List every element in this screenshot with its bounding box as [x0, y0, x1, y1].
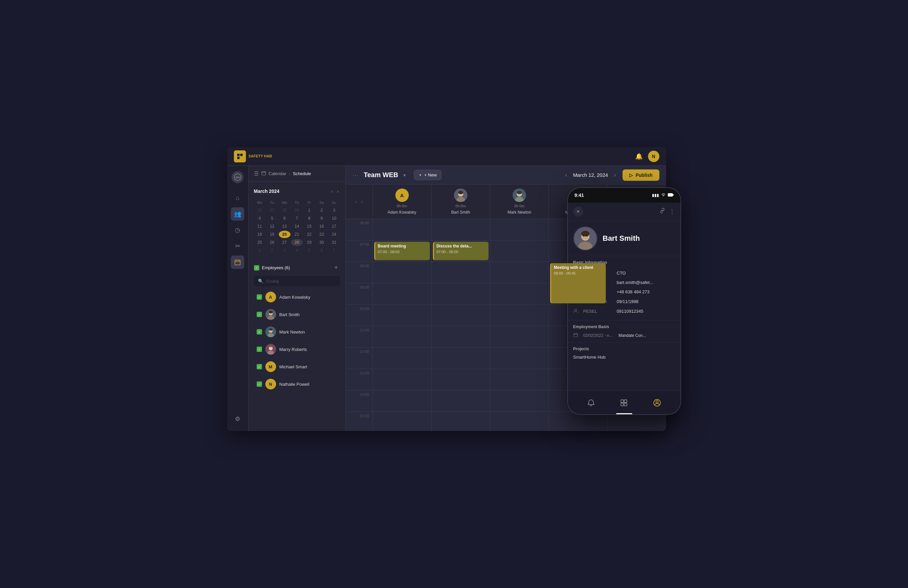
grid-cell[interactable] — [373, 305, 431, 326]
grid-cell[interactable] — [431, 305, 490, 326]
breadcrumb-parent[interactable]: Calendar — [269, 171, 287, 176]
schedule-col-next[interactable]: › — [360, 198, 364, 206]
cal-day[interactable]: 9 — [316, 215, 328, 222]
cal-day[interactable]: 6 — [279, 215, 290, 222]
event-discuss[interactable]: Discuss the deta... 07:00 - 08:00 — [433, 242, 488, 260]
grid-cell[interactable] — [373, 369, 431, 390]
cal-day[interactable]: 13 — [279, 223, 290, 230]
cal-day[interactable]: 23 — [316, 231, 328, 238]
grid-cell[interactable] — [431, 326, 490, 348]
phone-nav-profile[interactable] — [650, 396, 664, 410]
list-item[interactable]: ✓ Mark — [254, 324, 340, 340]
cal-day[interactable]: 1 — [304, 207, 315, 214]
cal-day[interactable]: 2 — [266, 247, 278, 254]
grid-cell[interactable] — [431, 369, 490, 390]
grid-cell[interactable] — [373, 412, 431, 431]
emp-checkbox[interactable]: ✓ — [257, 329, 262, 334]
phone-nav-grid[interactable] — [617, 396, 631, 410]
cal-day[interactable]: 30 — [316, 239, 328, 246]
mini-cal-prev[interactable]: ‹ — [330, 187, 334, 195]
cal-day[interactable]: 19 — [266, 231, 278, 238]
hamburger-icon[interactable]: ☰ — [254, 170, 259, 177]
user-avatar-top[interactable]: N — [648, 151, 659, 162]
cal-day-today[interactable]: 20 — [279, 231, 290, 238]
cal-day[interactable]: 3 — [279, 247, 290, 254]
cal-day[interactable]: 7 — [291, 215, 303, 222]
grid-cell[interactable] — [431, 219, 490, 240]
grid-cell[interactable] — [490, 219, 549, 240]
cal-day[interactable]: 6 — [316, 247, 328, 254]
grid-cell[interactable] — [490, 283, 549, 305]
emp-checkbox[interactable]: ✓ — [257, 294, 262, 300]
list-item[interactable]: ✓ Bart — [254, 306, 340, 323]
employees-checkbox[interactable]: ✓ — [254, 265, 259, 271]
grid-cell[interactable]: Board meeting 07:00 - 08:00 — [373, 240, 431, 262]
grid-cell[interactable] — [431, 412, 490, 431]
grid-cell[interactable] — [373, 262, 431, 283]
sidebar-logo-small[interactable]: SH — [232, 171, 243, 183]
grid-cell[interactable] — [373, 219, 431, 240]
cal-day[interactable]: 14 — [291, 223, 303, 230]
schedule-col-prev[interactable]: ‹ — [354, 198, 359, 206]
cal-day[interactable]: 25 — [254, 239, 266, 246]
cal-day[interactable]: 22 — [304, 231, 315, 238]
sidebar-item-calendar[interactable] — [231, 255, 244, 269]
contact-close-button[interactable]: × — [573, 207, 583, 217]
cal-day[interactable]: 26 — [254, 207, 266, 214]
grid-cell[interactable] — [431, 348, 490, 369]
cal-day[interactable]: 27 — [266, 207, 278, 214]
cal-day-selected[interactable]: 28 — [291, 239, 303, 246]
search-input[interactable] — [266, 279, 336, 284]
list-item[interactable]: ✓ A Adam Kowalsky — [254, 289, 340, 305]
sidebar-item-settings[interactable]: ⚙ — [231, 412, 244, 426]
cal-day[interactable]: 26 — [266, 239, 278, 246]
publish-button[interactable]: ▷ Publish — [623, 169, 659, 181]
emp-checkbox[interactable]: ✓ — [257, 347, 262, 352]
grid-cell[interactable]: Discuss the deta... 07:00 - 08:00 — [431, 240, 490, 262]
link-icon[interactable] — [660, 208, 665, 215]
three-dots-icon[interactable]: ⋯ — [353, 172, 359, 179]
emp-checkbox[interactable]: ✓ — [257, 312, 262, 317]
event-meeting-client[interactable]: Meeting with a client 08:00 - 09:45 — [550, 263, 606, 304]
cal-day[interactable]: 12 — [266, 223, 278, 230]
grid-cell[interactable] — [490, 326, 549, 348]
grid-cell[interactable] — [490, 390, 549, 412]
phone-nav-bell[interactable] — [584, 396, 598, 410]
sidebar-item-users[interactable]: 👥 — [231, 207, 244, 221]
list-item[interactable]: ✓ M Michael Smart — [254, 358, 340, 375]
cal-day[interactable]: 24 — [328, 231, 340, 238]
date-prev-button[interactable]: ‹ — [563, 171, 570, 180]
sidebar-item-clock[interactable]: ◷ — [231, 223, 244, 237]
cal-day[interactable]: 28 — [279, 207, 290, 214]
grid-cell[interactable] — [490, 262, 549, 283]
grid-cell[interactable] — [373, 390, 431, 412]
cal-day[interactable]: 4 — [254, 215, 266, 222]
cal-day[interactable]: 2 — [316, 207, 328, 214]
cal-day[interactable]: 27 — [279, 239, 290, 246]
cal-day[interactable]: 1 — [254, 247, 266, 254]
grid-cell[interactable] — [490, 348, 549, 369]
bell-icon[interactable]: 🔔 — [635, 153, 642, 160]
cal-day[interactable]: 11 — [254, 223, 266, 230]
mini-cal-next[interactable]: › — [336, 187, 340, 195]
cal-day[interactable]: 10 — [328, 215, 340, 222]
sidebar-item-tools[interactable]: ✂ — [231, 239, 244, 253]
cal-day[interactable]: 31 — [328, 239, 340, 246]
event-board-meeting[interactable]: Board meeting 07:00 - 08:00 — [374, 242, 430, 260]
grid-cell[interactable] — [431, 283, 490, 305]
grid-cell[interactable] — [490, 240, 549, 262]
cal-day[interactable]: 21 — [291, 231, 303, 238]
cal-day[interactable]: 4 — [291, 247, 303, 254]
cal-day[interactable]: 8 — [304, 215, 315, 222]
grid-cell[interactable] — [490, 305, 549, 326]
grid-cell[interactable] — [373, 283, 431, 305]
grid-cell[interactable] — [490, 369, 549, 390]
cal-day[interactable]: 15 — [304, 223, 315, 230]
add-employee-button[interactable]: + — [332, 263, 340, 272]
cal-day[interactable]: 5 — [304, 247, 315, 254]
cal-day[interactable]: 29 — [304, 239, 315, 246]
cal-day[interactable]: 18 — [254, 231, 266, 238]
emp-checkbox[interactable]: ✓ — [257, 381, 262, 387]
emp-checkbox[interactable]: ✓ — [257, 364, 262, 370]
grid-cell[interactable] — [431, 262, 490, 283]
